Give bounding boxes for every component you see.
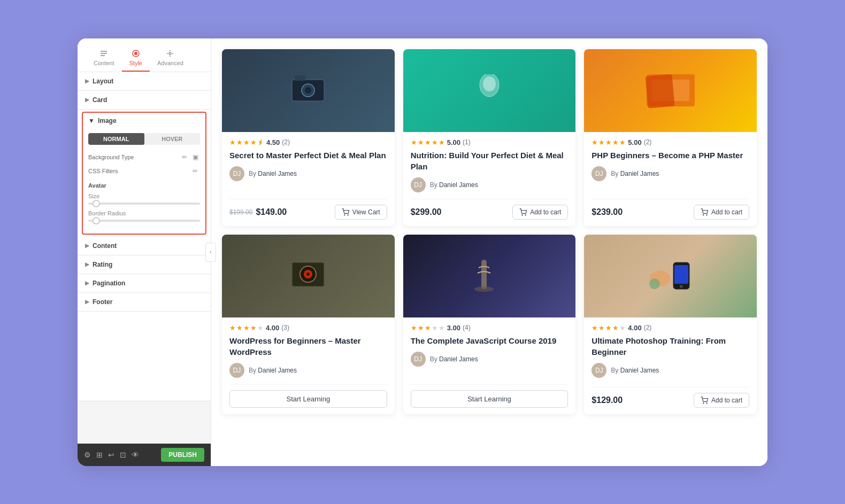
toggle-hover[interactable]: HOVER (144, 133, 201, 145)
stars: ★★★★★ (411, 324, 445, 332)
rating-score: 5.00 (447, 138, 460, 146)
collapse-sidebar-handle[interactable]: ‹ (205, 243, 216, 262)
course-rating: ★★★★★4.00(3) (229, 324, 387, 332)
svg-point-16 (703, 214, 704, 215)
star-full: ★ (236, 138, 243, 146)
price-group: $299.00 (411, 207, 442, 217)
star-empty: ★ (257, 324, 264, 332)
stars: ★★★★★ (592, 138, 626, 146)
border-radius-slider[interactable] (88, 220, 200, 222)
section-card-header[interactable]: ▶ Card (78, 91, 211, 109)
toggle-normal[interactable]: NORMAL (88, 133, 144, 145)
add-to-cart-button[interactable]: View Cart (335, 205, 387, 220)
section-card-label: Card (93, 96, 107, 104)
publish-button[interactable]: PUBLISH (161, 448, 204, 462)
author-avatar: DJ (592, 363, 606, 378)
section-rating-header[interactable]: ▶ Rating (78, 255, 211, 274)
section-pagination: ▶ Pagination (78, 274, 211, 293)
size-slider-thumb[interactable] (93, 200, 100, 207)
tab-style-label: Style (129, 60, 142, 66)
preview-icon[interactable]: 👁 (132, 451, 139, 459)
star-full: ★ (243, 324, 250, 332)
add-to-cart-button[interactable]: Add to cart (512, 205, 568, 220)
course-title: Nutrition: Build Your Perfect Diet & Mea… (411, 150, 569, 172)
rating-count: (2) (644, 324, 652, 331)
price-original: $199.00 (229, 208, 252, 216)
section-footer-header[interactable]: ▶ Footer (78, 293, 211, 311)
star-full: ★ (411, 324, 417, 332)
tab-style[interactable]: Style (122, 45, 150, 72)
star-full: ★ (612, 324, 619, 332)
author-avatar: DJ (229, 166, 244, 181)
section-rating: ▶ Rating (78, 255, 211, 274)
section-content-label: Content (93, 242, 117, 250)
section-layout: ▶ Layout (78, 72, 211, 91)
svg-rect-15 (645, 74, 674, 108)
course-rating: ★★★★★5.00(1) (411, 138, 569, 146)
svg-rect-6 (295, 75, 305, 81)
course-card: ★★★★★4.00(2)Ultimate Photoshop Training:… (584, 235, 757, 414)
sidebar: Content Style Advanced (78, 38, 211, 466)
tab-advanced[interactable]: Advanced (150, 45, 191, 72)
start-learning-button[interactable]: Start Learning (229, 390, 387, 408)
course-image (403, 49, 576, 132)
course-author: DJBy Daniel James (411, 352, 569, 367)
add-to-cart-button[interactable]: Add to cart (694, 393, 749, 408)
author-avatar: DJ (229, 363, 244, 378)
layers-icon[interactable]: ⊞ (96, 451, 103, 459)
chevron-down-icon: ▼ (88, 117, 95, 125)
course-rating: ★★★★★4.00(2) (592, 324, 749, 332)
course-body: ★★★★⯨4.50(2)Secret to Master Perfect Die… (222, 132, 395, 226)
course-card: ★★★★★5.00(2)PHP Beginners – Become a PHP… (584, 49, 757, 226)
course-rating: ★★★★⯨4.50(2) (229, 138, 387, 146)
sidebar-preview (78, 401, 211, 444)
size-label: Size (88, 193, 200, 199)
main-container: Content Style Advanced (78, 38, 767, 466)
stars: ★★★★★ (411, 138, 445, 146)
image-section-content: NORMAL HOVER Background Type ✏ ▣ CSS Fil… (83, 129, 205, 234)
svg-point-10 (483, 76, 496, 91)
section-layout-label: Layout (93, 77, 113, 85)
star-full: ★ (250, 324, 257, 332)
star-full: ★ (243, 138, 250, 146)
svg-point-1 (134, 52, 137, 55)
responsive-icon[interactable]: ⊡ (120, 451, 126, 459)
svg-point-5 (305, 87, 311, 94)
course-title: PHP Beginners – Become a PHP Master (592, 150, 749, 161)
pen-icon[interactable]: ✏ (182, 153, 189, 161)
image-icon[interactable]: ▣ (193, 153, 200, 161)
border-radius-slider-thumb[interactable] (93, 217, 100, 224)
rating-score: 5.00 (628, 138, 641, 146)
price-group: $129.00 (592, 396, 623, 405)
course-card: ★★★★★5.00(1)Nutrition: Build Your Perfec… (403, 49, 576, 226)
start-learning-button[interactable]: Start Learning (411, 390, 569, 408)
settings-icon[interactable]: ⚙ (84, 451, 91, 459)
price-group: $199.00$149.00 (229, 207, 287, 217)
add-to-cart-button[interactable]: Add to cart (694, 205, 749, 220)
section-pagination-header[interactable]: ▶ Pagination (78, 274, 211, 292)
course-body: ★★★★★3.00(4)The Complete JavaScript Cour… (403, 317, 576, 414)
svg-point-29 (703, 402, 704, 403)
star-empty: ★ (432, 324, 438, 332)
svg-point-23 (474, 286, 494, 292)
edit-icon[interactable]: ✏ (193, 167, 200, 175)
section-image-header[interactable]: ▼ Image (83, 113, 205, 129)
section-content-header[interactable]: ▶ Content (78, 237, 211, 255)
star-empty: ★ (439, 324, 445, 332)
rating-count: (1) (463, 138, 471, 146)
size-slider[interactable] (88, 203, 200, 205)
course-image (222, 49, 395, 132)
svg-point-21 (306, 273, 310, 276)
undo-icon[interactable]: ↩ (108, 451, 114, 459)
author-name: By Daniel James (430, 355, 478, 363)
svg-point-8 (348, 214, 348, 215)
tab-content[interactable]: Content (86, 45, 122, 72)
chevron-right-icon: ▶ (85, 261, 89, 267)
section-layout-header[interactable]: ▶ Layout (78, 72, 211, 90)
section-image-label: Image (98, 117, 117, 125)
stars: ★★★★⯨ (229, 138, 264, 146)
course-author: DJBy Daniel James (592, 363, 749, 378)
section-card: ▶ Card (78, 91, 211, 110)
author-name: By Daniel James (430, 181, 478, 189)
courses-grid: ★★★★⯨4.50(2)Secret to Master Perfect Die… (222, 49, 757, 414)
